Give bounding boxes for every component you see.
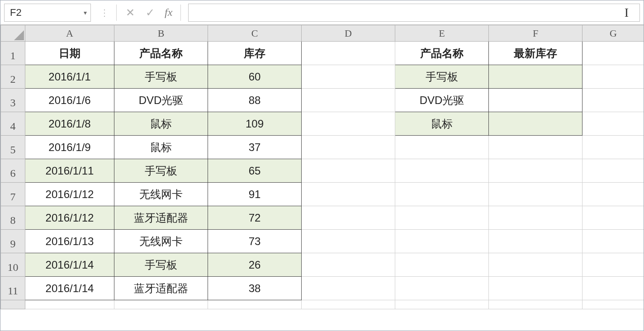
cell-C7[interactable]: 91 [208, 183, 302, 206]
cell-G5[interactable] [582, 136, 644, 159]
column-header-D[interactable]: D [302, 25, 395, 42]
cell-G10[interactable] [582, 253, 644, 277]
cell-E1[interactable]: 产品名称 [395, 42, 489, 65]
cell-C11[interactable]: 38 [208, 277, 302, 300]
cell-D7[interactable] [302, 183, 395, 206]
cell-F4[interactable] [489, 112, 582, 136]
row-header-3[interactable]: 3 [1, 89, 25, 112]
row-header-1[interactable]: 1 [1, 42, 25, 65]
cell-E11[interactable] [395, 277, 489, 300]
row-header-12[interactable] [1, 300, 25, 309]
cell-B4[interactable]: 鼠标 [114, 112, 208, 136]
cancel-icon[interactable]: ✕ [120, 4, 140, 22]
row-header-2[interactable]: 2 [1, 65, 25, 89]
cell-A6[interactable]: 2016/1/11 [25, 159, 114, 183]
cell-B5[interactable]: 鼠标 [114, 136, 208, 159]
cell-G12[interactable] [582, 300, 644, 309]
cell-C12[interactable] [208, 300, 302, 309]
cell-E2[interactable]: 手写板 [395, 65, 489, 89]
cell-B3[interactable]: DVD光驱 [114, 89, 208, 112]
cell-F3[interactable] [489, 89, 582, 112]
cell-C9[interactable]: 73 [208, 230, 302, 253]
cell-B9[interactable]: 无线网卡 [114, 230, 208, 253]
cell-C2[interactable]: 60 [208, 65, 302, 89]
cell-A5[interactable]: 2016/1/9 [25, 136, 114, 159]
cell-B10[interactable]: 手写板 [114, 253, 208, 277]
cell-D2[interactable] [302, 65, 395, 89]
cell-D9[interactable] [302, 230, 395, 253]
cell-F1[interactable]: 最新库存 [489, 42, 582, 65]
cell-E8[interactable] [395, 206, 489, 230]
cell-G7[interactable] [582, 183, 644, 206]
cell-A11[interactable]: 2016/1/14 [25, 277, 114, 300]
cell-A1[interactable]: 日期 [25, 42, 114, 65]
cell-F9[interactable] [489, 230, 582, 253]
cell-C10[interactable]: 26 [208, 253, 302, 277]
cell-G1[interactable] [582, 42, 644, 65]
cell-B12[interactable] [114, 300, 208, 309]
cell-D11[interactable] [302, 277, 395, 300]
cell-A7[interactable]: 2016/1/12 [25, 183, 114, 206]
cell-F6[interactable] [489, 159, 582, 183]
cell-E12[interactable] [395, 300, 489, 309]
select-all-corner[interactable] [1, 25, 25, 42]
enter-icon[interactable]: ✓ [140, 4, 160, 22]
cell-E3[interactable]: DVD光驱 [395, 89, 489, 112]
cell-A4[interactable]: 2016/1/8 [25, 112, 114, 136]
cell-C6[interactable]: 65 [208, 159, 302, 183]
row-header-4[interactable]: 4 [1, 112, 25, 136]
cell-F11[interactable] [489, 277, 582, 300]
cell-G4[interactable] [582, 112, 644, 136]
cell-B2[interactable]: 手写板 [114, 65, 208, 89]
cell-D8[interactable] [302, 206, 395, 230]
cell-B6[interactable]: 手写板 [114, 159, 208, 183]
row-header-5[interactable]: 5 [1, 136, 25, 159]
cell-D5[interactable] [302, 136, 395, 159]
column-header-C[interactable]: C [208, 25, 302, 42]
cell-C8[interactable]: 72 [208, 206, 302, 230]
cell-E7[interactable] [395, 183, 489, 206]
cell-G9[interactable] [582, 230, 644, 253]
row-header-6[interactable]: 6 [1, 159, 25, 183]
cell-A3[interactable]: 2016/1/6 [25, 89, 114, 112]
cell-A9[interactable]: 2016/1/13 [25, 230, 114, 253]
formula-input[interactable]: I [188, 4, 640, 22]
cell-A10[interactable]: 2016/1/14 [25, 253, 114, 277]
cell-F8[interactable] [489, 206, 582, 230]
cell-D6[interactable] [302, 159, 395, 183]
cell-C3[interactable]: 88 [208, 89, 302, 112]
cell-D4[interactable] [302, 112, 395, 136]
cell-A12[interactable] [25, 300, 114, 309]
cell-E10[interactable] [395, 253, 489, 277]
row-header-8[interactable]: 8 [1, 206, 25, 230]
cell-B7[interactable]: 无线网卡 [114, 183, 208, 206]
column-header-A[interactable]: A [25, 25, 114, 42]
row-header-11[interactable]: 11 [1, 277, 25, 300]
column-header-F[interactable]: F [489, 25, 582, 42]
row-header-9[interactable]: 9 [1, 230, 25, 253]
cell-E9[interactable] [395, 230, 489, 253]
column-header-B[interactable]: B [114, 25, 208, 42]
cell-B8[interactable]: 蓝牙适配器 [114, 206, 208, 230]
cell-C1[interactable]: 库存 [208, 42, 302, 65]
cell-E6[interactable] [395, 159, 489, 183]
cell-G11[interactable] [582, 277, 644, 300]
row-header-10[interactable]: 10 [1, 253, 25, 277]
cell-B11[interactable]: 蓝牙适配器 [114, 277, 208, 300]
cell-D12[interactable] [302, 300, 395, 309]
cell-D3[interactable] [302, 89, 395, 112]
cell-E5[interactable] [395, 136, 489, 159]
cell-A8[interactable]: 2016/1/12 [25, 206, 114, 230]
column-header-G[interactable]: G [582, 25, 644, 42]
cell-F7[interactable] [489, 183, 582, 206]
column-header-E[interactable]: E [395, 25, 489, 42]
cell-G8[interactable] [582, 206, 644, 230]
cell-D1[interactable] [302, 42, 395, 65]
insert-function-icon[interactable]: fx [160, 6, 177, 19]
cell-F5[interactable] [489, 136, 582, 159]
cell-F2[interactable] [489, 65, 582, 89]
cell-B1[interactable]: 产品名称 [114, 42, 208, 65]
name-box-dropdown-icon[interactable]: ▾ [84, 9, 87, 16]
cell-E4[interactable]: 鼠标 [395, 112, 489, 136]
cell-C4[interactable]: 109 [208, 112, 302, 136]
